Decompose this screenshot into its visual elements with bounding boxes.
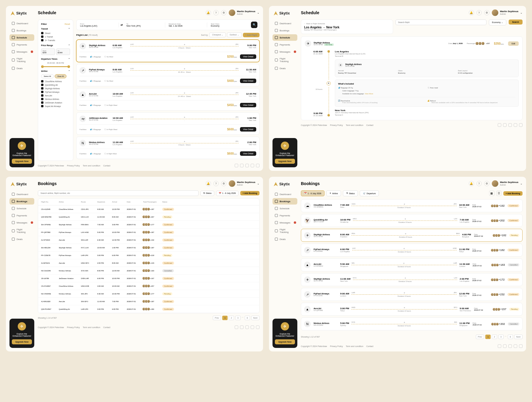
booking-card[interactable]: N Nimbus AirlinesNA-UV1233 5:00 PMSydney…	[301, 317, 523, 330]
brand-logo[interactable]: Skytix	[273, 180, 297, 188]
settings-icon[interactable]: ⚙	[221, 10, 226, 15]
user-menu[interactable]: Martin SeptimusAdmin ⌄	[229, 9, 259, 16]
nav-flight-tracking[interactable]: Flight Tracking	[9, 226, 34, 235]
price-end[interactable]: To$1000	[56, 48, 70, 55]
view-detail-button[interactable]: View Detail	[240, 79, 256, 83]
flight-card[interactable]: 🛩 JetStream AviationSH-ZY6789 10:30 AMLo…	[76, 112, 259, 135]
prev-button[interactable]: Prev	[476, 335, 484, 339]
booking-card[interactable]: ✈ SkyHigh AirlinesSH-ZY6789 11:00 AMNew …	[301, 273, 523, 286]
nav-bookings[interactable]: Bookings	[273, 198, 297, 205]
chevron-up-icon[interactable]: ⌃	[68, 28, 70, 30]
flight-card[interactable]: N Nimbus AirlinesSH-ZY6789 11:00 AMLos A…	[76, 137, 259, 159]
table-row[interactable]: CN-A12345CloudNine AirlinesCDG-JFK9:00 A…	[38, 205, 259, 213]
booking-card[interactable]: ➚ FlyFast AirwaysFF-ZN3456 6:00 PMLos An…	[301, 244, 523, 257]
table-row[interactable]: QW-MN6789QuickWing AirHKG-LAX11:00 AM8:0…	[38, 213, 259, 221]
view-more-link[interactable]: View More	[365, 93, 373, 95]
flight-card[interactable]: ▲ AeroJetSH-ZY6789 10:00 AMLos Angeles L…	[76, 88, 259, 111]
nav-schedule[interactable]: Schedule	[9, 205, 34, 212]
search-input[interactable]	[395, 20, 486, 25]
swap-icon[interactable]: ⇄	[121, 23, 123, 26]
view-detail-button[interactable]: View Detail	[240, 127, 256, 132]
social-icon[interactable]	[245, 164, 249, 167]
nav-dashboard[interactable]: Dashboard	[273, 191, 297, 197]
class-dropdown[interactable]: Economy ⌄	[489, 20, 506, 25]
status-filter[interactable]: ⚗ Status	[200, 191, 214, 196]
airline-filter-item[interactable]: JetStream Aviation	[41, 101, 70, 104]
next-button[interactable]: Next	[251, 316, 259, 320]
contact-link[interactable]: Contact	[103, 165, 110, 167]
edit-button[interactable]: Edit	[508, 41, 519, 46]
nav-messages[interactable]: Messages	[273, 48, 297, 55]
booking-card[interactable]: 🦅 QuickWing AirQW-XY2345 10:00 PMHongkon…	[301, 214, 523, 227]
nav-messages[interactable]: Messages	[273, 219, 297, 226]
date-filter[interactable]: 📅 1 - 8 July 2028	[216, 191, 239, 196]
upgrade-button[interactable]: Upgrade Now	[12, 339, 32, 344]
upgrade-button[interactable]: Upgrade Now	[12, 159, 32, 164]
social-icon[interactable]	[251, 164, 254, 167]
date-filter[interactable]: 📅 1 - 8 July 2028	[301, 190, 325, 196]
nav-schedule[interactable]: Schedule	[9, 34, 34, 41]
airline-filter-item[interactable]: Nimbus Airlines	[41, 98, 70, 100]
nav-dashboard[interactable]: Dashboard	[9, 20, 34, 27]
settings-icon[interactable]: ⚙	[484, 10, 489, 15]
view-detail-button[interactable]: View Detail	[240, 151, 256, 156]
user-menu[interactable]: Martin SeptimusAdmin⌄	[492, 180, 523, 187]
airline-filter-item[interactable]: CloudNine Airlines	[41, 80, 70, 82]
help-icon[interactable]: ?	[213, 10, 219, 15]
nav-bookings[interactable]: Bookings	[9, 27, 34, 34]
privacy-link[interactable]: Privacy Policy	[67, 165, 80, 167]
departure-filter[interactable]: 🛫 Departure	[360, 190, 379, 196]
flight-card[interactable]: ✈ SkyHigh AirlinesSH-ZY6789 6:00 AMLos A…	[76, 40, 259, 62]
brand-logo[interactable]: Skytix	[9, 180, 34, 188]
transit-one[interactable]: 1 Transit	[41, 35, 70, 38]
table-row[interactable]: AJ-EF9101AeroJetHND-SFO2:00 PM8:00 AM202…	[38, 259, 259, 267]
reset-button[interactable]: Reset	[65, 23, 70, 25]
nav-payments[interactable]: Payments	[273, 212, 297, 219]
page-1[interactable]: 1	[222, 316, 228, 320]
grid-view-button[interactable]: ▦	[489, 191, 494, 196]
select-all-button[interactable]: Select All	[41, 74, 54, 78]
add-booking-button[interactable]: + Add Booking	[503, 191, 523, 196]
airline-filter-item[interactable]: AeroJet	[41, 94, 70, 97]
help-icon[interactable]: ?	[476, 181, 482, 186]
settings-icon[interactable]: ⚙	[221, 181, 226, 186]
help-icon[interactable]: ?	[213, 181, 219, 186]
clear-all-button[interactable]: Clear All	[55, 74, 66, 78]
class-field[interactable]: Seat ClassEconomy	[209, 22, 249, 27]
settings-icon[interactable]: ⚙	[484, 181, 489, 186]
booking-card[interactable]: ▲ AeroJetAJ-QR7890 3:00 PMTokyo HND✈SFOD…	[301, 303, 523, 316]
nav-schedule[interactable]: Schedule	[273, 205, 297, 212]
table-row[interactable]: FF-CD5678FlyFast AirwaysLHR-JFK3:00 PM6:…	[38, 252, 259, 259]
search-button[interactable]: Search	[509, 20, 523, 25]
booking-card[interactable]: ▲ AeroJetAJ-WX9012 5:30 AMSingapore SIN✈…	[301, 258, 523, 271]
bookings-search[interactable]	[38, 190, 199, 196]
chevron-up-icon[interactable]: ⌃	[68, 44, 70, 47]
prev-button[interactable]: Prev	[213, 316, 221, 320]
table-row[interactable]: QW-PG4567QuickWing AirLHR-JFK3:00 PM6:00…	[38, 305, 259, 313]
airline-filter-item[interactable]: QuickWing Air	[41, 84, 70, 86]
booking-card[interactable]: ✈ SkyHigh AirlinesSH-ZY6789 8:00 AMFrank…	[301, 229, 523, 242]
table-row[interactable]: FF-QR7890FlyFast AirwaysLAX-HND5:00 PM10…	[38, 228, 259, 236]
social-icon[interactable]	[240, 164, 244, 167]
back-link[interactable]: ← Back to Flight Schedule	[304, 23, 390, 25]
table-row[interactable]: NA-GH2345Nimbus AirlinesSYD-SIN8:00 PM12…	[38, 267, 259, 275]
sort-cheapest[interactable]: Cheapest ⌄	[209, 33, 226, 37]
nav-deals[interactable]: Deals	[9, 65, 34, 72]
nav-dashboard[interactable]: Dashboard	[9, 191, 34, 197]
sort-earliest[interactable]: Earliest ⌄	[227, 33, 241, 37]
airline-filter[interactable]: ✈ Airline	[326, 190, 341, 196]
to-field[interactable]: ToNew York (JFK)	[125, 22, 165, 27]
airline-filter-item[interactable]: SkyHigh Airlines	[41, 87, 70, 90]
transit-two[interactable]: 2+ Transits	[41, 39, 70, 41]
list-view-button[interactable]: ☰	[496, 191, 502, 196]
status-filter[interactable]: ⚗ Status	[343, 190, 358, 196]
notification-icon[interactable]: 🔔	[469, 10, 474, 15]
user-menu[interactable]: Martin SeptimusAdmin⌄	[492, 9, 523, 16]
transit-direct[interactable]: Direct	[41, 32, 70, 34]
nav-dashboard[interactable]: Dashboard	[273, 20, 297, 27]
add-flight-button[interactable]: + Add Flight	[243, 33, 259, 37]
nav-payments[interactable]: Payments	[9, 41, 34, 48]
nav-deals[interactable]: Deals	[273, 236, 297, 242]
table-row[interactable]: AJ-ST2023AeroJetSIN-LHR6:30 AM12:30 PM20…	[38, 236, 259, 244]
page-8[interactable]: 8	[245, 316, 250, 320]
